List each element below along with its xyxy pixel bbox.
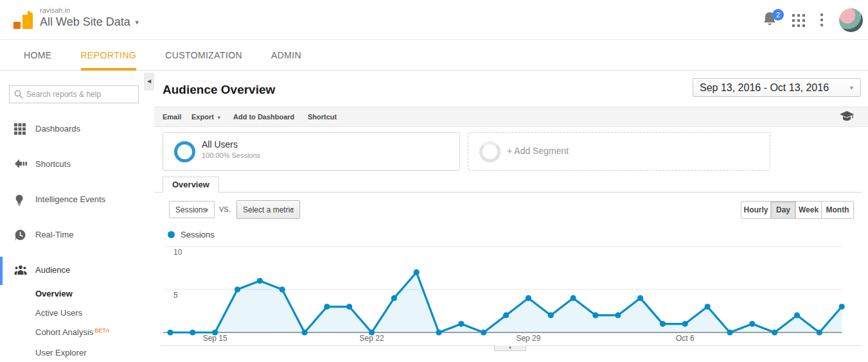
search-icon [14,90,23,99]
date-range-selector[interactable]: Sep 13, 2016 - Oct 13, 2016 ▼ [693,78,861,97]
sidebar-item-shortcuts[interactable]: Shortcuts [0,157,154,173]
nav-tab-customization[interactable]: CUSTOMIZATION [165,40,242,71]
primary-metric-dropdown[interactable]: Sessions ▼ [169,201,215,218]
export-label: Export [191,113,214,121]
property-domain: ravisah.in [40,6,140,14]
property-selector[interactable]: ravisah.in All Web Site Data▼ [40,6,140,29]
property-view-name: All Web Site Data [40,15,130,28]
vs-label: vs. [219,205,231,213]
top-bar: ravisah.in All Web Site Data▼ 2 [0,0,868,40]
svg-text:Sep 29: Sep 29 [516,334,540,343]
sidebar-subitem-active-users[interactable]: Active Users [35,308,82,318]
interval-month-button[interactable]: Month [822,201,854,219]
sidebar-search [9,85,139,103]
add-segment-label: + Add Segment [507,146,569,156]
apps-grid-icon [792,13,806,28]
chevron-down-icon: ▼ [217,115,222,121]
sidebar-item-dashboards[interactable]: Dashboards [0,121,154,138]
svg-text:Sep 15: Sep 15 [203,334,227,343]
sidebar-subitem-user-explorer[interactable]: User Explorer [35,348,86,358]
audience-people-icon [14,264,27,275]
graduation-cap-icon[interactable] [840,111,854,122]
real-time-clock-icon [14,229,26,241]
sidebar-item-intelligence-events[interactable]: Intelligence Events [0,192,154,209]
search-input[interactable] [26,87,136,102]
primary-metric-value: Sessions [175,205,207,214]
google-analytics-logo-icon [12,8,35,31]
tab-divider [154,192,862,193]
add-segment-button[interactable]: + Add Segment [468,132,770,171]
sidebar-item-label: Shortcuts [35,159,71,169]
tab-overview[interactable]: Overview [163,177,219,193]
interval-day-button[interactable]: Day [771,201,796,219]
notification-count-badge: 2 [772,9,784,21]
sidebar-subitem-cohort-analysis[interactable]: Cohort AnalysisBETA [35,327,109,337]
time-interval-group: Hourly Day Week Month [741,201,854,219]
segment-all-users[interactable]: All Users 100.00% Sessions [163,132,460,171]
legend-sessions-label: Sessions [181,230,215,239]
dashboards-grid-icon [14,123,26,135]
svg-text:10: 10 [173,248,182,257]
svg-text:Sep 22: Sep 22 [360,334,384,343]
nav-tab-admin[interactable]: ADMIN [271,40,301,71]
overflow-menu-button[interactable] [820,12,824,30]
legend-sessions-dot-icon [168,231,175,238]
sidebar-subitem-overview[interactable]: Overview [35,289,73,298]
report-sidebar: ◀ Dashboards Sho [0,71,154,362]
shortcut-button[interactable]: Shortcut [308,107,337,126]
kebab-menu-icon [820,12,824,28]
secondary-metric-value: Select a metric [243,205,294,214]
sidebar-item-label: Real-Time [35,230,73,239]
sidebar-subitem-label: Cohort Analysis [35,327,93,337]
lightbulb-icon [14,194,24,207]
interval-week-button[interactable]: Week [796,201,822,219]
export-button[interactable]: Export▼ [191,107,222,126]
chevron-down-icon: ▼ [849,85,855,91]
chevron-down-icon: ▼ [290,207,295,212]
sidebar-item-label: Dashboards [35,124,80,134]
secondary-metric-dropdown[interactable]: Select a metric ▼ [236,200,300,219]
analytics-app: ravisah.in All Web Site Data▼ 2 [0,0,868,362]
segment-donut-icon [174,141,195,162]
email-button[interactable]: Email [163,107,181,126]
report-action-bar: Email Export▼ Add to Dashboard Shortcut [154,107,868,127]
sidebar-collapse-button[interactable]: ◀ [144,73,154,90]
page-title: Audience Overview [163,83,275,97]
sidebar-item-label: Audience [35,265,70,275]
sessions-chart[interactable]: 510Sep 15Sep 22Sep 29Oct 6 [154,241,864,344]
chevron-down-icon: ▼ [134,19,140,26]
segment-donut-placeholder-icon [479,141,500,162]
segment-subtitle: 100.00% Sessions [202,151,260,159]
svg-text:Oct 6: Oct 6 [676,334,695,343]
notifications-button[interactable]: 2 [762,11,784,31]
svg-text:5: 5 [173,291,178,300]
primary-nav: HOME REPORTING CUSTOMIZATION ADMIN [0,40,868,71]
segment-title: All Users [202,139,238,150]
nav-tab-home[interactable]: HOME [24,40,52,71]
beta-badge: BETA [94,327,109,334]
sidebar-item-audience[interactable]: Audience [0,263,154,279]
chevron-down-icon: ▼ [204,207,209,213]
interval-hourly-button[interactable]: Hourly [741,201,771,219]
sidebar-item-real-time[interactable]: Real-Time [0,227,154,244]
nav-tab-reporting[interactable]: REPORTING [81,40,137,71]
user-avatar[interactable] [839,8,863,32]
sidebar-item-label: Intelligence Events [35,194,105,204]
chart-expand-tab[interactable]: ▼ [494,345,526,351]
date-range-value: Sep 13, 2016 - Oct 13, 2016 [700,82,829,94]
apps-grid-button[interactable] [792,13,806,30]
shortcut-arrow-icon [14,159,27,169]
add-to-dashboard-button[interactable]: Add to Dashboard [233,107,294,126]
